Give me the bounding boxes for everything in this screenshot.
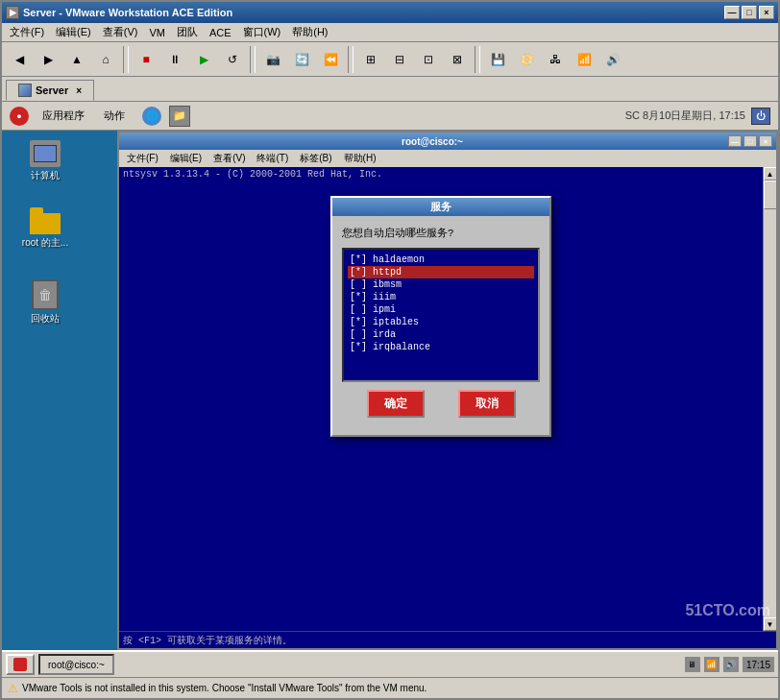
menu-view[interactable]: 查看(V) bbox=[97, 23, 144, 41]
dialog-question: 您想自动启动哪些服务? bbox=[342, 226, 540, 240]
service-ipmi[interactable]: ipmi bbox=[348, 303, 534, 316]
guest-toolbar: ● 应用程序 动作 🌐 📁 SC 8月10日星期日, 17:15 ⏻ bbox=[2, 102, 778, 131]
vm-display[interactable]: 计算机 root 的主... 🗑 回收站 ro bbox=[2, 131, 778, 650]
tb-dev4[interactable]: 📶 bbox=[571, 46, 597, 73]
taskbar-item-label: root@cisco:~ bbox=[48, 660, 105, 670]
menu-file[interactable]: 文件(F) bbox=[4, 23, 50, 41]
desktop-icon-trash[interactable]: 🗑 回收站 bbox=[16, 279, 74, 326]
computer-icon-img bbox=[30, 140, 61, 167]
desktop-icon-folder[interactable]: root 的主... bbox=[16, 207, 74, 250]
tb-home[interactable]: ⌂ bbox=[92, 46, 119, 73]
term-menu-terminal[interactable]: 终端(T) bbox=[251, 151, 294, 166]
tb-dev3[interactable]: 🖧 bbox=[542, 46, 569, 73]
term-menu-edit[interactable]: 编辑(E) bbox=[164, 151, 207, 166]
tray-icon-3[interactable]: 🔊 bbox=[723, 657, 739, 672]
service-irda[interactable]: irda bbox=[348, 328, 534, 341]
dialog-content: 您想自动启动哪些服务? haldaemon httpd ibmsm iiim i… bbox=[332, 216, 549, 435]
tb-forward[interactable]: ▶ bbox=[35, 46, 61, 73]
warning-icon: ⚠ bbox=[8, 682, 18, 695]
tb-dev1[interactable]: 💾 bbox=[484, 46, 511, 73]
vmware-window: ▶ Server - VMware Workstation ACE Editio… bbox=[0, 0, 780, 700]
term-menu-file[interactable]: 文件(F) bbox=[121, 151, 164, 166]
tb-pause[interactable]: ⏸ bbox=[161, 46, 188, 73]
minimize-button[interactable]: — bbox=[724, 6, 740, 19]
menu-help[interactable]: 帮助(H) bbox=[286, 23, 333, 41]
menu-team[interactable]: 团队 bbox=[171, 23, 204, 41]
term-menu-tabs[interactable]: 标签(B) bbox=[294, 151, 337, 166]
term-menu-view[interactable]: 查看(V) bbox=[207, 151, 251, 166]
tab-close-icon[interactable]: × bbox=[76, 85, 82, 96]
watermark: 51CTO.com bbox=[685, 602, 770, 619]
tb-vm2[interactable]: ⊟ bbox=[386, 46, 413, 73]
taskbar-item-terminal[interactable]: root@cisco:~ bbox=[38, 654, 114, 675]
tb-vm3[interactable]: ⊡ bbox=[415, 46, 442, 73]
service-ibmsm[interactable]: ibmsm bbox=[348, 278, 534, 291]
scroll-down-btn[interactable]: ▼ bbox=[764, 617, 777, 631]
term-menu-help[interactable]: 帮助(H) bbox=[338, 151, 382, 166]
tb-dev2[interactable]: 📀 bbox=[513, 46, 540, 73]
terminal-maximize-btn[interactable]: □ bbox=[743, 135, 757, 147]
terminal-titlebar: root@cisco:~ — □ × bbox=[119, 133, 776, 150]
dialog-cancel-button[interactable]: 取消 bbox=[458, 390, 516, 418]
terminal-statusline: 按 <F1> 可获取关于某项服务的详情。 bbox=[119, 631, 776, 648]
trash-icon-img: 🗑 bbox=[32, 279, 59, 310]
tb-up[interactable]: ▲ bbox=[63, 46, 90, 73]
folder-icon-label: root 的主... bbox=[22, 236, 68, 250]
dialog-ok-button[interactable]: 确定 bbox=[367, 390, 425, 418]
tb-sep1 bbox=[123, 46, 129, 73]
menu-edit[interactable]: 编辑(E) bbox=[50, 23, 97, 41]
menu-ace[interactable]: ACE bbox=[204, 25, 237, 40]
terminal-body[interactable]: ntsysv 1.3.13.4 - (C) 2000-2001 Red Hat,… bbox=[119, 167, 763, 631]
close-button[interactable]: × bbox=[759, 6, 774, 19]
start-icon bbox=[13, 658, 27, 671]
main-content: ● 应用程序 动作 🌐 📁 SC 8月10日星期日, 17:15 ⏻ 计算机 bbox=[2, 102, 778, 677]
tab-server[interactable]: Server × bbox=[6, 80, 94, 101]
terminal-title: root@cisco:~ bbox=[136, 136, 728, 147]
scroll-up-btn[interactable]: ▲ bbox=[764, 167, 777, 181]
tray-icon-2[interactable]: 📶 bbox=[704, 657, 719, 672]
terminal-minimize-btn[interactable]: — bbox=[728, 135, 742, 147]
computer-icon-label: 计算机 bbox=[31, 169, 60, 182]
tb-dev5[interactable]: 🔊 bbox=[599, 46, 626, 73]
service-irqbalance[interactable]: irqbalance bbox=[348, 341, 534, 353]
menu-windows[interactable]: 窗口(W) bbox=[237, 23, 287, 41]
power-icon[interactable]: ⏻ bbox=[751, 108, 770, 125]
tb-stop[interactable]: ■ bbox=[133, 46, 159, 73]
globe-icon[interactable]: 🌐 bbox=[142, 107, 161, 126]
vm-taskbar: root@cisco:~ 🖥 📶 🔊 17:15 bbox=[2, 650, 778, 677]
service-iiim[interactable]: iiim bbox=[348, 291, 534, 303]
terminal-close-btn[interactable]: × bbox=[759, 135, 772, 147]
tab-server-icon bbox=[18, 84, 32, 97]
service-iptables[interactable]: iptables bbox=[348, 316, 534, 328]
vmware-titlebar: ▶ Server - VMware Workstation ACE Editio… bbox=[2, 2, 778, 23]
system-tray: 🖥 📶 🔊 17:15 bbox=[685, 657, 774, 672]
guest-icon-2[interactable]: 📁 bbox=[169, 106, 190, 127]
menu-bar: 文件(F) 编辑(E) 查看(V) VM 团队 ACE 窗口(W) 帮助(H) bbox=[2, 23, 778, 42]
desktop-icon-computer[interactable]: 计算机 bbox=[16, 140, 74, 182]
tb-back[interactable]: ◀ bbox=[6, 46, 33, 73]
menu-vm[interactable]: VM bbox=[143, 25, 171, 40]
terminal-status-text: 按 <F1> 可获取关于某项服务的详情。 bbox=[123, 634, 292, 647]
tb-snap1[interactable]: 📷 bbox=[259, 46, 286, 73]
vm-start-button[interactable] bbox=[6, 654, 35, 675]
guest-menu-actions[interactable]: 动作 bbox=[98, 107, 131, 125]
guest-menu-apps[interactable]: 应用程序 bbox=[37, 107, 90, 125]
tb-snap2[interactable]: 🔄 bbox=[288, 46, 315, 73]
tb-vm1[interactable]: ⊞ bbox=[357, 46, 384, 73]
app-menu-icon[interactable]: ● bbox=[10, 107, 29, 126]
tray-icon-1[interactable]: 🖥 bbox=[685, 657, 700, 672]
dialog-buttons: 确定 取消 bbox=[342, 382, 540, 425]
tb-play[interactable]: ▶ bbox=[190, 46, 217, 73]
maximize-button[interactable]: □ bbox=[742, 6, 757, 19]
scroll-thumb[interactable] bbox=[764, 181, 777, 209]
guest-status-area: SC 8月10日星期日, 17:15 ⏻ bbox=[625, 108, 770, 125]
tb-snap3[interactable]: ⏪ bbox=[317, 46, 344, 73]
service-httpd[interactable]: httpd bbox=[348, 266, 534, 278]
host-bottombar: ⚠ VMware Tools is not installed in this … bbox=[2, 677, 778, 698]
terminal-body-area: ntsysv 1.3.13.4 - (C) 2000-2001 Red Hat,… bbox=[119, 167, 776, 631]
tb-refresh[interactable]: ↺ bbox=[219, 46, 246, 73]
guest-status-text: SC 8月10日星期日, 17:15 bbox=[625, 109, 745, 123]
tb-vm4[interactable]: ⊠ bbox=[444, 46, 471, 73]
service-haldaemon[interactable]: haldaemon bbox=[348, 253, 534, 266]
dialog-listbox[interactable]: haldaemon httpd ibmsm iiim ipmi iptables… bbox=[342, 248, 540, 382]
